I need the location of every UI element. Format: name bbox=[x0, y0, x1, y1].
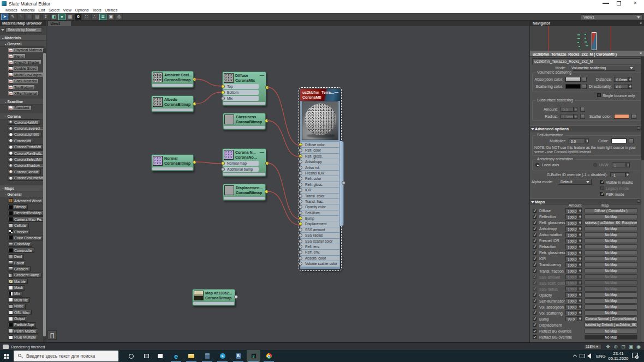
list-item-coronaselectmtl[interactable]: CoronaSelectMtl bbox=[0, 156, 46, 162]
spinner[interactable] bbox=[578, 214, 582, 219]
input-socket[interactable] bbox=[221, 85, 225, 88]
assign-material-to-selection-icon[interactable]: ◍ bbox=[26, 14, 33, 20]
search-input[interactable]: Search by Name ... bbox=[5, 27, 42, 33]
gbuffer-value[interactable]: -1 bbox=[610, 172, 625, 177]
input-socket[interactable] bbox=[299, 228, 302, 232]
checkbox[interactable]: ✓ bbox=[533, 323, 536, 327]
input-socket[interactable] bbox=[221, 161, 225, 165]
map-button-sss-amount[interactable]: No Map bbox=[585, 274, 637, 279]
show-shaded-material-icon[interactable]: ● bbox=[58, 14, 65, 20]
node-glossiness[interactable]: GlossinessCoronaBitmap bbox=[223, 113, 266, 130]
zoom-level-dropdown[interactable]: 118% ▾ bbox=[584, 344, 601, 349]
show-statistics-icon[interactable]: ∷ bbox=[83, 14, 90, 20]
map-button-reflect-bg-override[interactable]: No Map bbox=[585, 329, 637, 334]
output-socket[interactable] bbox=[265, 190, 269, 194]
move-children-icon[interactable]: ⇕ bbox=[42, 14, 49, 20]
checkbox[interactable]: ✓ bbox=[533, 239, 536, 243]
node-ambient-occlusion[interactable]: Ambient Occl...CoronaBitmap bbox=[151, 71, 194, 88]
si-color-swatch[interactable] bbox=[611, 138, 627, 143]
close-navigator-icon[interactable]: × bbox=[640, 21, 642, 25]
output-socket[interactable] bbox=[265, 119, 269, 123]
checkbox[interactable]: ✓ bbox=[533, 311, 536, 315]
checkbox[interactable]: ✓ bbox=[533, 215, 536, 219]
menu-select[interactable]: Select bbox=[49, 8, 59, 13]
node-map-213862[interactable]: Map #213862...CoronaBitmap bbox=[192, 289, 235, 306]
tree-group-corona[interactable]: - Corona bbox=[0, 113, 46, 119]
checkbox[interactable]: ✓ bbox=[533, 299, 536, 303]
taskbar-app-telegram[interactable]: ➤ bbox=[216, 350, 229, 362]
list-item-camera-map-pe[interactable]: Camera Map Pe... bbox=[0, 216, 46, 222]
input-socket[interactable] bbox=[299, 154, 302, 158]
map-slot-button[interactable] bbox=[580, 114, 585, 119]
maximize-button[interactable] bbox=[617, 1, 621, 5]
spinner[interactable] bbox=[574, 114, 577, 119]
start-button[interactable] bbox=[0, 350, 13, 362]
browser-scrollbar[interactable] bbox=[43, 49, 46, 342]
input-socket[interactable] bbox=[299, 211, 302, 215]
input-socket[interactable] bbox=[221, 90, 225, 94]
map-amount-value[interactable]: 100,0 bbox=[565, 268, 578, 273]
map-slot-button[interactable] bbox=[582, 84, 587, 89]
list-item-colormap[interactable]: ColorMap bbox=[0, 241, 46, 247]
map-button-diffuse[interactable]: Diffuse ( CoronaMix ) bbox=[585, 208, 637, 213]
directionality-value[interactable]: 0,0 bbox=[614, 84, 628, 89]
menu-options[interactable]: Options bbox=[75, 8, 88, 13]
map-slot-button[interactable] bbox=[580, 107, 585, 112]
collapse-icon[interactable]: — bbox=[260, 149, 264, 154]
layout-all-icon[interactable]: ≣ bbox=[99, 14, 106, 20]
node-diffuse-mix[interactable]: DiffuseCoronaMix—TopBottomMix bbox=[222, 71, 266, 106]
list-item-cellular[interactable]: Cellular bbox=[0, 222, 46, 228]
spinner[interactable] bbox=[578, 292, 582, 297]
node-normal[interactable]: NormalCoronaBitmap bbox=[151, 154, 194, 171]
map-amount-value[interactable]: 100,0 bbox=[565, 208, 578, 213]
map-amount-value[interactable]: 99,0 bbox=[565, 316, 578, 321]
list-item-coronahairmtl[interactable]: CoronaHairMtl bbox=[0, 119, 46, 125]
map-amount-value[interactable]: 100,0 bbox=[565, 292, 578, 297]
menu-tools[interactable]: Tools bbox=[92, 8, 102, 13]
zoom-tool-icon[interactable]: ⊕ bbox=[612, 343, 619, 350]
checkbox[interactable]: ✓ bbox=[533, 281, 536, 285]
map-button-bump[interactable]: Corona Normal ( CoronaNormal ) bbox=[585, 316, 637, 321]
checkbox[interactable]: ✓ bbox=[533, 209, 536, 213]
list-item-dent[interactable]: Dent bbox=[0, 254, 46, 260]
tree-section-maps[interactable]: - Maps bbox=[0, 185, 46, 191]
list-item-mix[interactable]: Mix bbox=[0, 291, 46, 297]
map-amount-value[interactable]: 100,0 bbox=[565, 304, 578, 309]
checkbox[interactable]: ✓ bbox=[600, 192, 604, 196]
tray-language[interactable]: ENG bbox=[594, 350, 607, 362]
alpha-mode-dropdown[interactable]: Default bbox=[558, 179, 592, 185]
map-button-refr-glossiness[interactable]: No Map bbox=[585, 250, 637, 255]
list-item-output[interactable]: Output bbox=[0, 316, 46, 322]
material-name-field[interactable]: uc2kbfnn_Terrazzo_Rocks_2x2_M bbox=[532, 58, 642, 64]
taskbar-app-edge[interactable]: e bbox=[169, 350, 183, 362]
map-amount-value[interactable]: 100,0 bbox=[565, 286, 578, 291]
taskbar-app-explorer[interactable] bbox=[184, 350, 198, 362]
map-amount-value[interactable]: 100,0 bbox=[565, 250, 578, 255]
tray-network-icon[interactable] bbox=[580, 354, 585, 358]
mode-dropdown[interactable]: Volumetric scattering bbox=[569, 65, 635, 71]
view-selector-dropdown[interactable]: View1 bbox=[581, 14, 642, 20]
tree-group-general[interactable]: - General bbox=[0, 191, 46, 197]
list-item-coronarayswitc[interactable]: CoronaRaySwitc... bbox=[0, 150, 46, 156]
checkbox[interactable]: ✓ bbox=[533, 335, 536, 339]
material-preview-icon[interactable]: ▣ bbox=[108, 14, 115, 20]
output-socket[interactable] bbox=[265, 161, 269, 165]
menu-material[interactable]: Material bbox=[21, 8, 35, 13]
input-socket[interactable] bbox=[221, 167, 225, 171]
spinner[interactable] bbox=[585, 138, 589, 143]
delete-selected-icon[interactable]: ▤ bbox=[34, 14, 41, 20]
spinner[interactable] bbox=[578, 268, 582, 273]
map-button-vol-scattering[interactable]: No Map bbox=[585, 310, 637, 315]
checkbox[interactable]: ✓ bbox=[533, 317, 536, 321]
list-item-coronashadow[interactable]: CoronaShadow... bbox=[0, 162, 46, 168]
pick-material-from-object-icon[interactable]: ✎ bbox=[9, 14, 16, 20]
map-slot-button[interactable] bbox=[631, 114, 636, 119]
node-uc2kbfnn-terrazzo[interactable]: uc2kbfnn_Terra...CoronaMtl—Diffuse color… bbox=[300, 89, 340, 269]
put-material-to-scene-icon[interactable]: ✎ bbox=[17, 14, 25, 20]
spinner[interactable] bbox=[574, 107, 577, 112]
list-item-top-bottom[interactable]: InTop/Bottom bbox=[0, 84, 46, 90]
output-socket[interactable] bbox=[193, 102, 196, 106]
close-browser-icon[interactable]: × bbox=[39, 21, 41, 26]
list-item-coronaskinmtl[interactable]: CoronaSkinMtl bbox=[0, 169, 46, 175]
map-amount-value[interactable]: 100,0 bbox=[565, 226, 578, 231]
